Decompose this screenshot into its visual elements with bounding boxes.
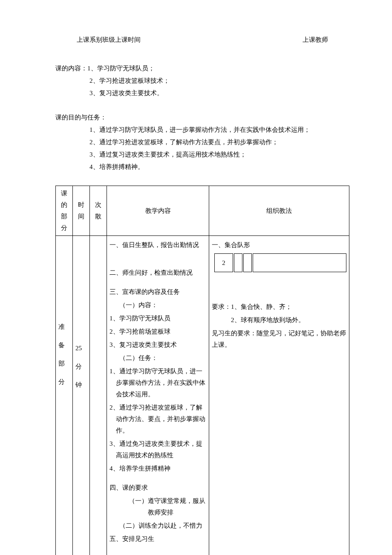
- part-char-2: 备: [58, 340, 70, 351]
- tc-l3a: （一）内容：: [110, 299, 206, 311]
- formation-box-4: [253, 253, 346, 272]
- part-char-4: 分: [58, 376, 70, 388]
- formation-box-3: [243, 253, 252, 272]
- lesson-content-label: 课的内容：: [55, 65, 87, 72]
- tc-l3: 三、宣布课的内容及任务: [110, 286, 206, 298]
- table-header-row: 课的部分 时间 次散 教学内容 组织教法: [56, 186, 349, 236]
- part-char-3: 部: [58, 358, 70, 369]
- th-ci: 次散: [90, 186, 107, 236]
- table-row: 准 备 部 分 25 分 钟 一、值日生整队，报告出勤情况 二、师生问好，检查出…: [56, 236, 349, 555]
- tc-l3a3: 3、复习进攻类主要技术: [110, 339, 206, 351]
- time-unit-1: 分: [75, 361, 87, 372]
- th-time: 时间: [73, 186, 90, 236]
- lesson-content-block: 课的内容：1、学习防守无球队员； 2、学习抢进攻篮板球技术； 3、复习进攻类主要…: [55, 63, 349, 99]
- lesson-purpose-label: 课的目的与任务：: [55, 112, 349, 123]
- tc-l3b3: 3、通过免习进攻类主要技术，提高运用技术的熟练性: [116, 438, 206, 461]
- m-l3: 见习生的要求：随堂见习，记好笔记，协助老师上课。: [212, 328, 346, 351]
- cell-part: 准 备 部 分: [56, 236, 73, 555]
- formation-diagram: 2: [212, 253, 346, 272]
- content-item-1: 1、学习防守无球队员；: [87, 65, 155, 72]
- purpose-item-4: 4、培养拼搏精神。: [89, 161, 349, 173]
- th-content: 教学内容: [107, 186, 209, 236]
- cell-method: 一、集合队形 2 要求：1、集合快、静、齐； 2、球有顺序地放到场外。 见习生的…: [209, 236, 349, 555]
- cell-ci: [90, 236, 107, 555]
- tc-l3b4: 4、培养学生拼搏精神: [110, 463, 206, 474]
- tc-l3b2: 2、通过学习抢进攻篮板球，了解动作方法、要点，并初步掌握动作。: [116, 402, 206, 436]
- content-item-2: 2、学习抢进攻篮板球技术；: [89, 75, 349, 87]
- lesson-purpose-block: 课的目的与任务： 1、通过学习防守无球队员，进一步掌握动作方法，并在实践中体会技…: [55, 112, 349, 173]
- cell-time: 25 分 钟: [73, 236, 90, 555]
- purpose-item-1: 1、通过学习防守无球队员，进一步掌握动作方法，并在实践中体会技术运用；: [89, 124, 349, 136]
- formation-box-2: [234, 253, 242, 272]
- content-item-3: 3、复习进攻类主要技术。: [89, 87, 349, 99]
- tc-l4a: （一）遵守课堂常规，服从教师安排: [138, 495, 207, 518]
- m-l2b: 2、球有顺序地放到场外。: [212, 314, 346, 326]
- part-char-1: 准: [58, 321, 70, 333]
- tc-l2: 二、师生问好，检查出勤情况: [110, 267, 206, 279]
- tc-l1: 一、值日生整队，报告出勤情况: [110, 239, 206, 251]
- header-left: 上课系别班级上课时间: [55, 34, 303, 46]
- m-l2: 要求：1、集合快、静、齐；: [212, 301, 346, 313]
- purpose-item-3: 3、通过复习进攻类主要技术，提高运用技术地熟练性；: [89, 149, 349, 160]
- tc-l4b: （二）训练全力以赴，不惜力: [110, 520, 206, 532]
- tc-l3a1: 1、学习防守无球队员: [110, 313, 206, 324]
- header-right: 上课教师: [303, 34, 349, 46]
- header-line: 上课系别班级上课时间 上课教师: [55, 34, 349, 46]
- tc-l3a2: 2、学习抢前场篮板球: [110, 326, 206, 337]
- th-part: 课的部分: [56, 186, 73, 236]
- tc-l4: 四、课的要求: [110, 482, 206, 494]
- lesson-table: 课的部分 时间 次散 教学内容 组织教法 准 备 部 分 25 分 钟 一、值日…: [55, 186, 349, 555]
- purpose-item-2: 2、通过学习抢进攻篮板球，了解动作方法要点，并初步掌握动作；: [89, 137, 349, 148]
- time-val: 25: [75, 343, 87, 354]
- time-unit-2: 钟: [75, 379, 87, 391]
- formation-box-1: 2: [214, 253, 233, 272]
- tc-l3b: （二）任务：: [110, 352, 206, 364]
- cell-teaching-content: 一、值日生整队，报告出勤情况 二、师生问好，检查出勤情况 三、宣布课的内容及任务…: [107, 236, 209, 555]
- m-l1: 一、集合队形: [212, 239, 346, 251]
- tc-l5: 五、安排见习生: [110, 533, 206, 545]
- th-method: 组织教法: [209, 186, 349, 236]
- tc-l3b1: 1、通过学习防守无球队员，进一步掌握动作方法，并在实践中体会技术运用。: [116, 366, 206, 400]
